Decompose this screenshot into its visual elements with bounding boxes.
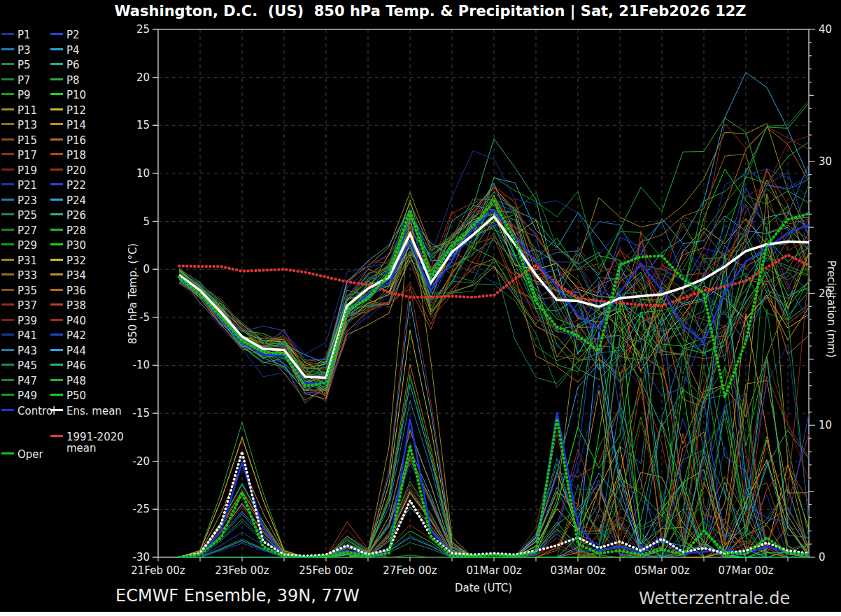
svg-text:25Feb 00z: 25Feb 00z <box>299 564 353 577</box>
legend-label: P27 <box>17 224 37 237</box>
legend-swatch <box>1 394 14 396</box>
legend-swatch <box>50 199 63 201</box>
legend-swatch <box>1 273 14 275</box>
legend-member-P12: P12 <box>50 104 86 118</box>
legend-swatch <box>1 319 14 321</box>
legend-member-P45: P45 <box>1 359 37 373</box>
svg-text:-20: -20 <box>133 455 150 468</box>
legend-label: P8 <box>66 74 80 87</box>
legend-member-P31: P31 <box>1 255 37 268</box>
legend-member-P46: P46 <box>50 359 86 373</box>
legend-label: P20 <box>66 164 86 177</box>
legend-label: P23 <box>17 194 37 207</box>
legend-label: P46 <box>66 359 86 372</box>
legend-member-P9: P9 <box>1 89 31 103</box>
legend-swatch <box>1 243 14 245</box>
legend-swatch <box>1 259 14 261</box>
legend-swatch <box>50 243 63 245</box>
legend-member-P30: P30 <box>50 239 86 253</box>
legend-member-P6: P6 <box>50 59 80 73</box>
legend-swatch <box>50 364 63 366</box>
legend-swatch <box>50 319 63 321</box>
legend-swatch <box>50 349 63 351</box>
legend-member-P27: P27 <box>1 224 37 238</box>
legend-label: P17 <box>17 149 37 162</box>
legend-member-P32: P32 <box>50 255 86 268</box>
legend-label: P3 <box>17 44 31 57</box>
legend-member-P11: P11 <box>1 104 37 118</box>
svg-text:05Mar 00z: 05Mar 00z <box>634 564 689 577</box>
legend-member-P17: P17 <box>1 149 37 163</box>
legend-label: P22 <box>66 179 86 192</box>
legend-swatch <box>50 93 63 95</box>
left-axis-title: 850 hPa Temp. (°C) <box>127 243 139 344</box>
legend-swatch <box>1 213 14 215</box>
legend-swatch <box>1 169 14 171</box>
legend-label: P31 <box>17 255 37 267</box>
legend-swatch <box>1 93 14 95</box>
legend-swatch <box>50 273 63 275</box>
legend-swatch <box>50 303 63 306</box>
legend-label: P34 <box>66 269 86 282</box>
legend-label: P21 <box>17 179 37 192</box>
legend-member-P20: P20 <box>50 164 86 178</box>
legend-member-P10: P10 <box>50 89 86 103</box>
page-bottom-strip <box>0 612 841 616</box>
legend-label: P39 <box>17 315 37 327</box>
legend-member-P41: P41 <box>1 329 37 343</box>
legend-member-P4: P4 <box>50 44 80 58</box>
svg-text:20: 20 <box>136 71 150 84</box>
legend-swatch <box>50 213 63 215</box>
legend-member-P25: P25 <box>1 209 37 223</box>
legend-member-P40: P40 <box>50 315 86 329</box>
legend-label: P9 <box>17 89 31 101</box>
legend-label: P25 <box>17 209 37 222</box>
legend-swatch <box>50 33 63 35</box>
legend-swatch <box>50 229 63 231</box>
legend-label: P2 <box>66 29 80 41</box>
legend-swatch <box>1 289 14 291</box>
legend-swatch <box>1 138 14 141</box>
legend-member-P22: P22 <box>50 179 86 193</box>
legend-member-P8: P8 <box>50 74 80 88</box>
legend-label: P36 <box>66 285 86 297</box>
legend-label: P5 <box>17 59 31 71</box>
legend-label: P24 <box>66 194 86 207</box>
svg-text:01Mar 00z: 01Mar 00z <box>466 564 521 577</box>
svg-text:25: 25 <box>136 23 150 36</box>
legend-member-P26: P26 <box>50 209 86 223</box>
legend-label: P18 <box>66 149 86 162</box>
legend-member-P47: P47 <box>1 375 37 389</box>
legend-swatch <box>1 334 14 336</box>
svg-text:10: 10 <box>819 419 832 431</box>
legend-label: P10 <box>66 89 86 101</box>
legend-member-P48: P48 <box>50 375 86 389</box>
legend-swatch <box>1 78 14 80</box>
legend-label: P43 <box>17 345 37 357</box>
legend-label: P33 <box>17 269 37 282</box>
legend-label: P41 <box>17 329 37 342</box>
legend-swatch <box>50 78 63 80</box>
legend-member-P19: P19 <box>1 164 37 178</box>
legend-label: Ens. mean <box>66 405 122 417</box>
legend-member-P33: P33 <box>1 269 37 283</box>
legend-swatch <box>1 379 14 381</box>
svg-text:0: 0 <box>819 551 826 564</box>
legend-swatch <box>50 48 63 50</box>
legend-member-P39: P39 <box>1 315 37 329</box>
legend-label: P13 <box>17 119 37 131</box>
x-axis-title: Date (UTC) <box>455 582 512 594</box>
legend-member-P38: P38 <box>50 299 86 313</box>
svg-text:15: 15 <box>136 119 150 131</box>
svg-text:21Feb 00z: 21Feb 00z <box>131 564 185 577</box>
legend-label: P47 <box>17 375 37 387</box>
legend-member-P36: P36 <box>50 285 86 299</box>
legend-label: P29 <box>17 239 37 252</box>
svg-text:23Feb 00z: 23Feb 00z <box>215 564 269 577</box>
model-info-label: ECMWF Ensemble, 39N, 77W <box>115 586 360 606</box>
svg-text:40: 40 <box>819 23 832 36</box>
legend-ens-mean: Ens. mean <box>50 405 122 419</box>
legend-member-P43: P43 <box>1 345 37 359</box>
legend-member-P34: P34 <box>50 269 86 283</box>
legend-label: P42 <box>66 329 86 342</box>
